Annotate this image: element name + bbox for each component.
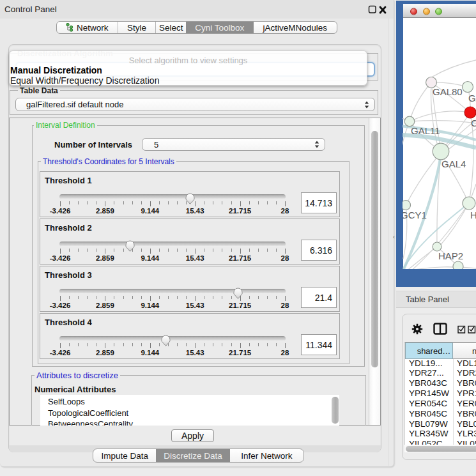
svg-text:GAL80: GAL80 [433, 86, 463, 97]
svg-text:HAP2: HAP2 [438, 250, 463, 261]
svg-text:HAP1: HAP1 [470, 210, 476, 220]
svg-text:GAL: GAL [468, 93, 476, 104]
svg-text:GAL4: GAL4 [441, 158, 466, 169]
svg-text:C: C [471, 118, 476, 128]
svg-text:GCY1: GCY1 [403, 210, 427, 220]
svg-text:GAL11: GAL11 [411, 125, 440, 136]
